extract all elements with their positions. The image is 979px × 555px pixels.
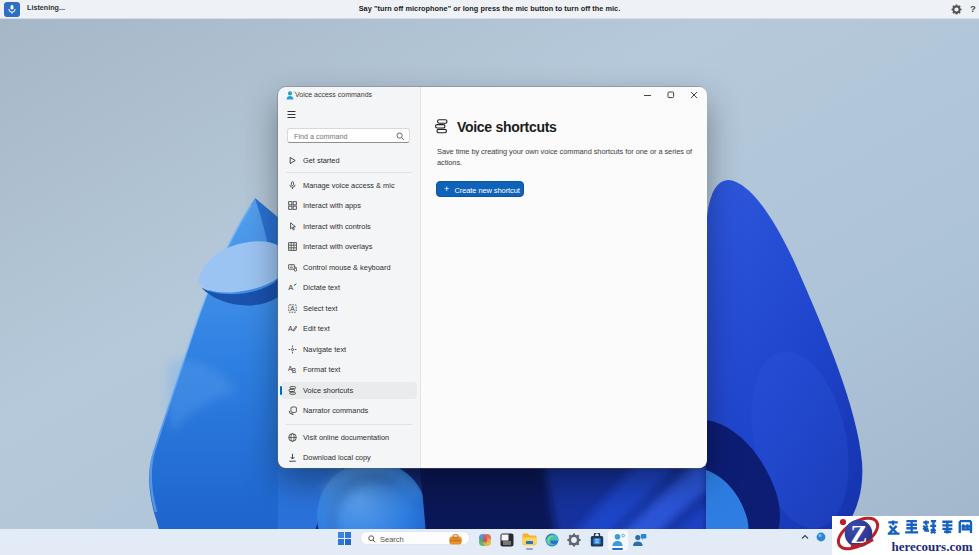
svg-text:A: A [288, 283, 293, 292]
svg-text:B: B [292, 367, 296, 374]
svg-text:A: A [290, 305, 295, 312]
svg-text:A: A [288, 325, 293, 332]
